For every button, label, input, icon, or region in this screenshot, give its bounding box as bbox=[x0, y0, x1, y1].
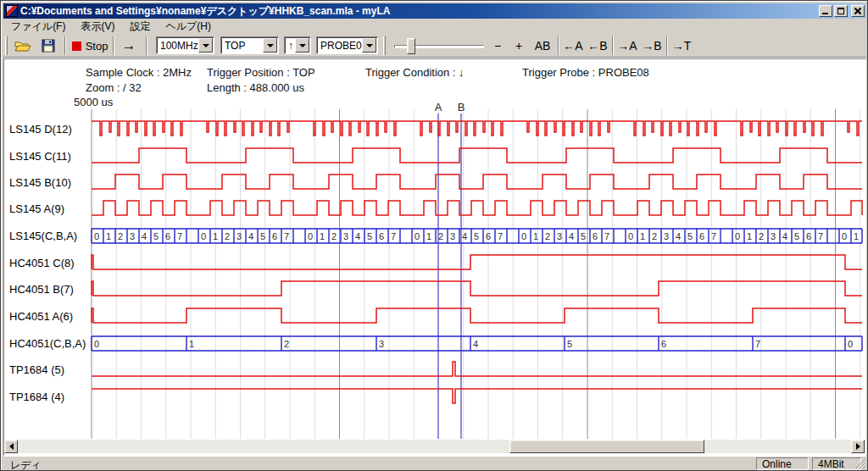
minimize-icon bbox=[822, 13, 828, 14]
channel-label: LS145(C,B,A) bbox=[9, 230, 77, 242]
zoom-in-button[interactable]: + bbox=[509, 36, 528, 56]
trigger-probe-info: Trigger Probe : PROBE08 bbox=[522, 66, 649, 79]
channel-label: LS145 D(12) bbox=[9, 123, 72, 136]
toolbar-separator bbox=[558, 36, 559, 55]
toolbar-separator bbox=[666, 36, 668, 55]
open-file-button[interactable] bbox=[12, 36, 34, 56]
arrow-left-icon bbox=[6, 443, 14, 450]
stop-button[interactable]: Stop bbox=[70, 36, 110, 56]
scroll-left-button[interactable] bbox=[4, 440, 18, 453]
status-ready-text: レディ bbox=[10, 458, 42, 471]
sample-clock-combo[interactable]: 100MHz bbox=[156, 36, 214, 54]
trigger-edge-value: ↑ bbox=[285, 40, 295, 52]
channel-label: LS145 B(10) bbox=[9, 176, 71, 189]
channel-label: HC4051 C(8) bbox=[9, 257, 75, 269]
channel-label: HC4051 A(6) bbox=[9, 310, 73, 323]
toolbar-separator bbox=[64, 36, 66, 55]
toolbar-grip[interactable] bbox=[5, 36, 8, 55]
app-window: C:¥Documents and Settings¥noname¥デスクトップ¥… bbox=[0, 0, 868, 471]
channel-label: LS145 A(9) bbox=[9, 202, 64, 215]
maximize-button[interactable] bbox=[834, 5, 848, 17]
menubar: ファイル(F) 表示(V) 設定 ヘルプ(H) bbox=[3, 19, 866, 34]
waveform-client-area[interactable] bbox=[3, 58, 866, 456]
toolbar: Stop → 100MHz TOP ↑ PROBE00 − + AB bbox=[3, 34, 866, 58]
time-scale-label: 5000 us bbox=[74, 96, 113, 108]
maximize-icon bbox=[837, 8, 844, 14]
chevron-down-icon[interactable] bbox=[263, 38, 277, 53]
menu-item-view[interactable]: 表示(V) bbox=[73, 19, 122, 35]
set-cursor-b-button[interactable]: →B bbox=[640, 36, 664, 56]
menu-item-settings[interactable]: 設定 bbox=[122, 19, 158, 35]
chevron-down-icon[interactable] bbox=[362, 38, 376, 53]
sample-clock-value: 100MHz bbox=[157, 40, 198, 52]
length-info: Length : 488.000 us bbox=[207, 81, 304, 94]
close-button[interactable] bbox=[851, 5, 865, 17]
scroll-thumb[interactable] bbox=[509, 440, 704, 453]
channel-label: HC4051(C,B,A) bbox=[9, 337, 86, 350]
move-to-cursor-b-button[interactable]: ←B bbox=[586, 36, 609, 56]
status-online-badge: Online bbox=[756, 457, 809, 470]
move-to-cursor-a-button[interactable]: ←A bbox=[561, 36, 585, 56]
zoom-info: Zoom : / 32 bbox=[86, 81, 142, 94]
scroll-right-button[interactable] bbox=[851, 440, 865, 453]
goto-trigger-button[interactable]: →T bbox=[670, 36, 693, 56]
stop-icon bbox=[72, 42, 81, 51]
save-button[interactable] bbox=[37, 36, 59, 56]
minimize-button[interactable] bbox=[819, 5, 832, 17]
toolbar-separator bbox=[113, 36, 114, 55]
horizontal-scrollbar[interactable] bbox=[4, 440, 865, 453]
probe-combo[interactable]: PROBE00 bbox=[316, 36, 378, 54]
toolbar-separator bbox=[612, 36, 614, 55]
channel-label: TP1684 (5) bbox=[9, 363, 64, 376]
stop-label: Stop bbox=[86, 40, 108, 53]
ab-cursors-button[interactable]: AB bbox=[530, 36, 555, 56]
set-cursor-a-button[interactable]: →A bbox=[615, 36, 639, 56]
menu-item-help[interactable]: ヘルプ(H) bbox=[158, 19, 219, 35]
chevron-down-icon[interactable] bbox=[295, 38, 309, 53]
trigger-position-combo[interactable]: TOP bbox=[220, 36, 279, 54]
trigger-position-info: Trigger Position : TOP bbox=[207, 66, 315, 79]
statusbar: レディ Online 4MBit bbox=[3, 456, 866, 470]
run-button[interactable]: → bbox=[117, 36, 141, 56]
probe-value: PROBE00 bbox=[317, 40, 362, 52]
close-icon bbox=[852, 6, 864, 16]
channel-label: TP1684 (4) bbox=[9, 391, 64, 403]
trigger-position-value: TOP bbox=[221, 40, 263, 52]
channel-label: LS145 C(11) bbox=[9, 150, 71, 163]
sample-clock-info: Sample Clock : 2MHz bbox=[86, 66, 192, 79]
chevron-down-icon[interactable] bbox=[198, 38, 213, 53]
window-titlebar[interactable]: C:¥Documents and Settings¥noname¥デスクトップ¥… bbox=[3, 3, 866, 19]
resize-grip[interactable] bbox=[854, 458, 865, 469]
menu-item-file[interactable]: ファイル(F) bbox=[3, 19, 73, 35]
channel-label: HC4051 B(7) bbox=[9, 283, 74, 296]
trigger-condition-info: Trigger Condition : ↓ bbox=[365, 66, 465, 79]
arrow-right-icon bbox=[856, 443, 864, 450]
open-folder-icon bbox=[14, 40, 31, 53]
save-floppy-icon bbox=[42, 39, 55, 53]
trigger-edge-combo[interactable]: ↑ bbox=[284, 36, 311, 54]
zoom-out-button[interactable]: − bbox=[488, 36, 507, 56]
window-title: C:¥Documents and Settings¥noname¥デスクトップ¥… bbox=[20, 4, 390, 19]
toolbar-separator bbox=[146, 36, 147, 55]
app-icon bbox=[6, 5, 18, 17]
toolbar-grip[interactable] bbox=[383, 36, 386, 55]
zoom-slider-thumb[interactable] bbox=[407, 38, 415, 54]
run-arrow-icon: → bbox=[122, 37, 136, 54]
